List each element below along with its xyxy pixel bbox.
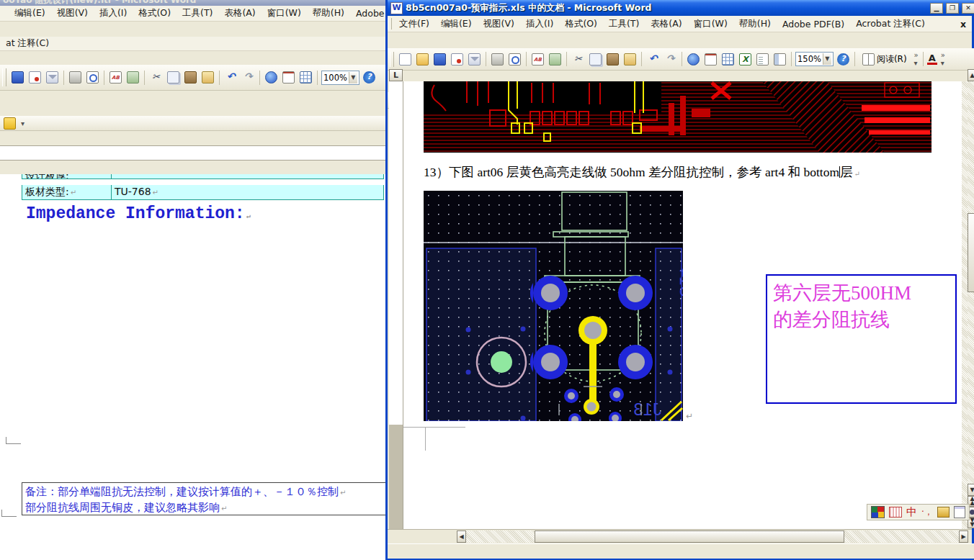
link-icon: [687, 53, 700, 66]
toolbar-overflow-button[interactable]: »▾: [913, 51, 919, 67]
right-menu-item-5[interactable]: 工具(T): [603, 17, 645, 32]
ime-notepad-icon[interactable]: [954, 506, 965, 518]
preview-button[interactable]: [85, 70, 100, 85]
left-menu-item-6[interactable]: 窗口(W): [262, 6, 307, 21]
link-button[interactable]: [686, 52, 701, 67]
pcb-layout-image-top[interactable]: [424, 81, 931, 153]
ime-logo-icon[interactable]: [871, 506, 885, 518]
tblb-button[interactable]: [281, 70, 296, 85]
ime-tools-icon[interactable]: [937, 507, 950, 518]
right-menu-item-3[interactable]: 插入(I): [520, 17, 559, 32]
redo-button[interactable]: [663, 52, 678, 67]
copy-button[interactable]: [166, 70, 181, 85]
ime-soft-keyboard-icon[interactable]: [889, 507, 902, 518]
copy-button[interactable]: [588, 52, 603, 67]
tblb-button[interactable]: [703, 52, 718, 67]
cols-button[interactable]: [755, 52, 770, 67]
maximize-button[interactable]: ❐: [946, 3, 959, 14]
ime-language-bar[interactable]: 中 ·，: [867, 504, 970, 520]
minimize-button[interactable]: ▁: [930, 3, 943, 14]
right-menu-item-0[interactable]: 文件(F): [393, 17, 435, 32]
undo-button[interactable]: [223, 70, 238, 85]
right-menu-item-6[interactable]: 表格(A): [645, 17, 687, 32]
left-menu-item-1[interactable]: 视图(V): [51, 6, 94, 21]
left-titlebar[interactable]: ooYao 阻抗设计(new).ltr - Microsoft Word: [0, 0, 391, 6]
research-icon: [127, 71, 139, 83]
scroll-left-button[interactable]: ◀: [457, 530, 466, 543]
right-menu-item-4[interactable]: 格式(O): [559, 17, 603, 32]
print-button[interactable]: [490, 52, 505, 67]
toolbar-overflow-icon[interactable]: ▾: [19, 119, 25, 127]
font-color-button[interactable]: A: [927, 54, 937, 65]
scroll-up-button[interactable]: ▲: [968, 69, 974, 81]
excel-button[interactable]: [738, 52, 753, 67]
new-button[interactable]: [398, 52, 413, 67]
right-menu-item-8[interactable]: 帮助(H): [733, 17, 777, 32]
right-menu-item-10[interactable]: Acrobat 注释(C): [850, 17, 931, 32]
preview-button[interactable]: [507, 52, 522, 67]
chevron-down-icon[interactable]: ▼: [823, 53, 831, 65]
right-menu-item-7[interactable]: 窗口(W): [688, 17, 733, 32]
left-menu-item-comment[interactable]: at 注释(C): [0, 36, 55, 51]
drawing-button[interactable]: [2, 116, 17, 131]
research-button[interactable]: [548, 52, 563, 67]
painter-button[interactable]: [200, 70, 215, 85]
right-titlebar[interactable]: W 8b5cn007a0-预审指示.xls 中的文档 - Microsoft W…: [388, 0, 974, 16]
perm-button[interactable]: [27, 70, 43, 85]
toolbar-overflow-button[interactable]: »▾: [939, 51, 946, 67]
close-button[interactable]: ✕: [962, 3, 974, 14]
zoom-dropdown[interactable]: 150%▼: [795, 52, 834, 66]
map-button[interactable]: [772, 52, 787, 67]
save-button[interactable]: [10, 70, 25, 85]
right-menu-item-2[interactable]: 视图(V): [478, 17, 520, 32]
pcb-layout-image-detail[interactable]: U14 J13: [424, 191, 683, 421]
redo-button[interactable]: [241, 70, 256, 85]
hscroll-thumb[interactable]: [535, 530, 844, 543]
painter-icon: [624, 53, 636, 66]
chevron-down-icon[interactable]: ▼: [349, 72, 357, 83]
mail-button[interactable]: [45, 70, 60, 85]
reading-mode-button[interactable]: 阅读(R): [859, 52, 911, 67]
left-menu-item-3[interactable]: 格式(O): [133, 6, 177, 21]
paste-button[interactable]: [183, 70, 198, 85]
excel-icon: [739, 53, 751, 66]
vertical-scrollbar[interactable]: ▲ ▼ ▲▲ ▼▼: [968, 69, 974, 529]
ime-mode-toggle[interactable]: 中: [906, 507, 917, 518]
undo-button[interactable]: [645, 52, 661, 67]
left-menu-item-5[interactable]: 表格(A): [218, 6, 261, 21]
toolbar-grip: [2, 68, 6, 86]
zoom-dropdown[interactable]: 100%▼: [321, 71, 359, 85]
open-button[interactable]: [415, 52, 430, 67]
spell-button[interactable]: [530, 52, 545, 67]
right-menu-item-9[interactable]: Adobe PDF(B): [777, 17, 850, 31]
callout-textbox[interactable]: 第六层无500HM 的差分阻抗线: [766, 274, 957, 404]
research-button[interactable]: [125, 70, 140, 85]
save-button[interactable]: [432, 52, 447, 67]
left-menu-item-0[interactable]: 编辑(E): [9, 6, 51, 21]
left-menu-item-4[interactable]: 工具(T): [177, 6, 218, 21]
scroll-right-button[interactable]: ▶: [959, 530, 968, 543]
left-menu-item-7[interactable]: 帮助(H): [307, 6, 350, 21]
spell-button[interactable]: [108, 70, 123, 85]
document-close-button[interactable]: x: [955, 17, 972, 31]
help-button[interactable]: [836, 52, 851, 67]
tab-alignment-selector[interactable]: L: [389, 69, 403, 81]
right-menubar: 文件(F)编辑(E)视图(V)插入(I)格式(O)工具(T)表格(A)窗口(W)…: [388, 16, 972, 32]
scroll-down-button[interactable]: ▼: [968, 484, 974, 496]
painter-button[interactable]: [622, 52, 638, 67]
help-button[interactable]: [362, 70, 377, 85]
table-button[interactable]: [298, 70, 313, 85]
cut-button[interactable]: [571, 52, 586, 67]
table-button[interactable]: [720, 52, 736, 67]
perm-button[interactable]: [450, 52, 465, 67]
mail-button[interactable]: [467, 52, 482, 67]
left-menu-item-2[interactable]: 插入(I): [94, 6, 133, 21]
cut-button[interactable]: [148, 70, 164, 85]
print-button[interactable]: [68, 70, 83, 85]
scrollbar-thumb[interactable]: [968, 213, 974, 292]
ime-punctuation-toggle[interactable]: ·，: [921, 507, 933, 518]
right-menu-item-1[interactable]: 编辑(E): [435, 17, 478, 32]
paste-button[interactable]: [605, 52, 620, 67]
left-window-title: ooYao 阻抗设计(new).ltr - Microsoft Word: [3, 0, 196, 6]
link-button[interactable]: [264, 70, 279, 85]
